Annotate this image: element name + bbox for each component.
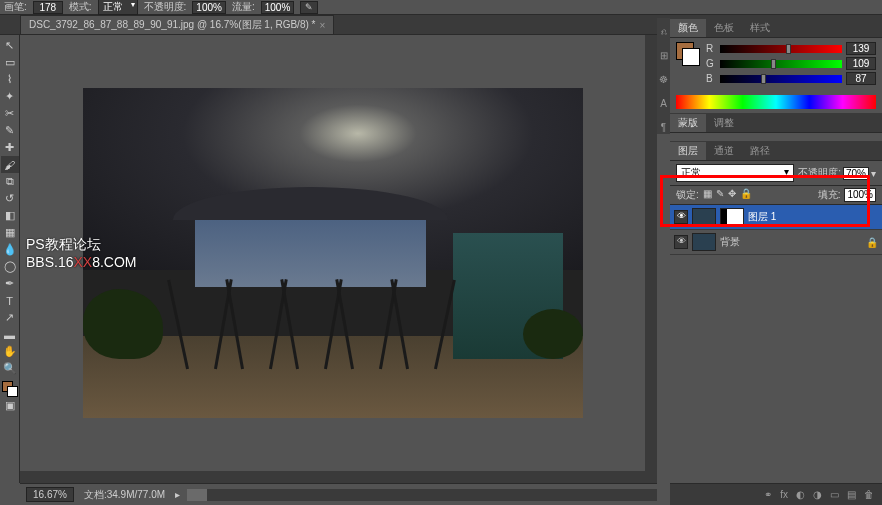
tab-styles[interactable]: 样式 xyxy=(742,19,778,37)
lock-all-icon[interactable]: 🔒 xyxy=(740,188,752,202)
adjust-panel-body xyxy=(670,133,882,141)
chevron-right-icon[interactable]: ▸ xyxy=(175,489,180,500)
layer-row-background[interactable]: 👁 背景 🔒 xyxy=(670,230,882,255)
tab-swatches[interactable]: 色板 xyxy=(706,19,742,37)
layer-mask-thumbnail[interactable] xyxy=(720,208,744,226)
layers-empty xyxy=(670,344,882,483)
zoom-value[interactable]: 16.67% xyxy=(26,487,74,502)
document-tab[interactable]: DSC_3792_86_87_88_89_90_91.jpg @ 16.7%(图… xyxy=(20,15,334,34)
lock-icon: 🔒 xyxy=(866,237,878,248)
r-label: R xyxy=(706,43,716,54)
char-icon[interactable]: A xyxy=(658,98,670,110)
fx-icon[interactable]: fx xyxy=(780,489,788,500)
hand-tool[interactable]: ✋ xyxy=(1,343,19,360)
heal-tool[interactable]: ✚ xyxy=(1,139,19,156)
layer-opacity-value[interactable]: 70% xyxy=(843,167,869,180)
nav-icon[interactable]: ⊞ xyxy=(658,50,670,62)
tab-mask[interactable]: 蒙版 xyxy=(670,114,706,132)
mode-label: 模式: xyxy=(69,0,92,14)
tab-color[interactable]: 颜色 xyxy=(670,19,706,37)
eyedropper-tool[interactable]: ✎ xyxy=(1,122,19,139)
layer-name[interactable]: 背景 xyxy=(720,235,862,249)
brush-size[interactable]: 178 xyxy=(33,1,63,14)
quickmask-tool[interactable]: ▣ xyxy=(1,397,19,414)
chevron-down-icon[interactable]: ▾ xyxy=(871,168,876,179)
stamp-tool[interactable]: ⧉ xyxy=(1,173,19,190)
color-panel-swatch[interactable] xyxy=(676,42,700,66)
r-slider[interactable] xyxy=(720,45,842,53)
layer-blend-dropdown[interactable]: 正常▾ xyxy=(676,164,794,182)
rgb-sliders: R 139 G 109 B 87 xyxy=(706,42,876,87)
vertical-scrollbar[interactable] xyxy=(645,35,657,471)
history-icon[interactable]: ⎌ xyxy=(658,26,670,38)
trash-icon[interactable]: 🗑 xyxy=(864,489,874,500)
shape-tool[interactable]: ▬ xyxy=(1,326,19,343)
zoom-tool[interactable]: 🔍 xyxy=(1,360,19,377)
flow-value[interactable]: 100% xyxy=(261,1,295,14)
b-value[interactable]: 87 xyxy=(846,72,876,85)
g-value[interactable]: 109 xyxy=(846,57,876,70)
close-icon[interactable]: × xyxy=(319,20,325,31)
fill-value[interactable]: 100% xyxy=(844,188,876,202)
marquee-tool[interactable]: ▭ xyxy=(1,54,19,71)
adjustment-icon[interactable]: ◑ xyxy=(813,489,822,500)
lock-pos-icon[interactable]: ✥ xyxy=(728,188,736,202)
link-icon[interactable]: ⚭ xyxy=(764,489,772,500)
right-panels: 颜色 色板 样式 R 139 G 109 B 87 蒙版 调整 xyxy=(670,18,882,505)
blend-mode-dropdown[interactable]: 正常 xyxy=(98,0,138,15)
mask-icon[interactable]: ◐ xyxy=(796,489,805,500)
path-tool[interactable]: ↗ xyxy=(1,309,19,326)
layer-opacity-label: 不透明度: xyxy=(798,166,841,180)
airbrush-icon[interactable]: ✎ xyxy=(300,1,318,14)
history-brush-tool[interactable]: ↺ xyxy=(1,190,19,207)
watermark-line1: PS教程论坛 xyxy=(26,235,137,253)
canvas-image xyxy=(83,88,583,418)
g-slider[interactable] xyxy=(720,60,842,68)
panel-dock: ⎌ ⊞ ☸ A ¶ xyxy=(657,18,670,134)
para-icon[interactable]: ¶ xyxy=(658,122,670,134)
visibility-icon[interactable]: 👁 xyxy=(674,210,688,224)
blur-tool[interactable]: 💧 xyxy=(1,241,19,258)
tab-channels[interactable]: 通道 xyxy=(706,142,742,160)
r-value[interactable]: 139 xyxy=(846,42,876,55)
layer-row-1[interactable]: 👁 图层 1 xyxy=(670,205,882,230)
pen-tool[interactable]: ✒ xyxy=(1,275,19,292)
visibility-icon[interactable]: 👁 xyxy=(674,235,688,249)
color-spectrum[interactable] xyxy=(676,95,876,109)
brush-tool[interactable]: 🖌 xyxy=(1,156,19,173)
tab-layers[interactable]: 图层 xyxy=(670,142,706,160)
move-tool[interactable]: ↖ xyxy=(1,37,19,54)
layers-panel-tabs: 图层 通道 路径 xyxy=(670,141,882,161)
new-layer-icon[interactable]: ▤ xyxy=(847,489,856,500)
layers-header: 正常▾ 不透明度: 70% ▾ xyxy=(670,161,882,186)
lock-trans-icon[interactable]: ▦ xyxy=(703,188,712,202)
tab-paths[interactable]: 路径 xyxy=(742,142,778,160)
lasso-tool[interactable]: ⌇ xyxy=(1,71,19,88)
b-label: B xyxy=(706,73,716,84)
lock-pixel-icon[interactable]: ✎ xyxy=(716,188,724,202)
b-slider[interactable] xyxy=(720,75,842,83)
layer-thumbnail[interactable] xyxy=(692,208,716,226)
layer-name[interactable]: 图层 1 xyxy=(748,210,878,224)
doc-info: 文档:34.9M/77.0M xyxy=(84,488,165,502)
color-panel-body: R 139 G 109 B 87 xyxy=(670,38,882,91)
layers-lock-row: 锁定: ▦ ✎ ✥ 🔒 填充: 100% xyxy=(670,186,882,205)
gear-icon[interactable]: ☸ xyxy=(658,74,670,86)
gradient-tool[interactable]: ▦ xyxy=(1,224,19,241)
tab-adjust[interactable]: 调整 xyxy=(706,114,742,132)
type-tool[interactable]: T xyxy=(1,292,19,309)
eraser-tool[interactable]: ◧ xyxy=(1,207,19,224)
folder-icon[interactable]: ▭ xyxy=(830,489,839,500)
wand-tool[interactable]: ✦ xyxy=(1,88,19,105)
crop-tool[interactable]: ✂ xyxy=(1,105,19,122)
layer-thumbnail[interactable] xyxy=(692,233,716,251)
lock-label: 锁定: xyxy=(676,188,699,202)
watermark: PS教程论坛 BBS.16XX8.COM xyxy=(26,235,137,271)
horizontal-scrollbar[interactable] xyxy=(187,489,657,501)
fill-label: 填充: xyxy=(818,188,841,202)
opacity-value[interactable]: 100% xyxy=(192,1,226,14)
dodge-tool[interactable]: ◯ xyxy=(1,258,19,275)
color-swatch[interactable] xyxy=(2,381,18,397)
adjust-panel-tabs: 蒙版 调整 xyxy=(670,113,882,133)
options-bar: 画笔: 178 模式: 正常 不透明度: 100% 流量: 100% ✎ xyxy=(0,0,882,15)
